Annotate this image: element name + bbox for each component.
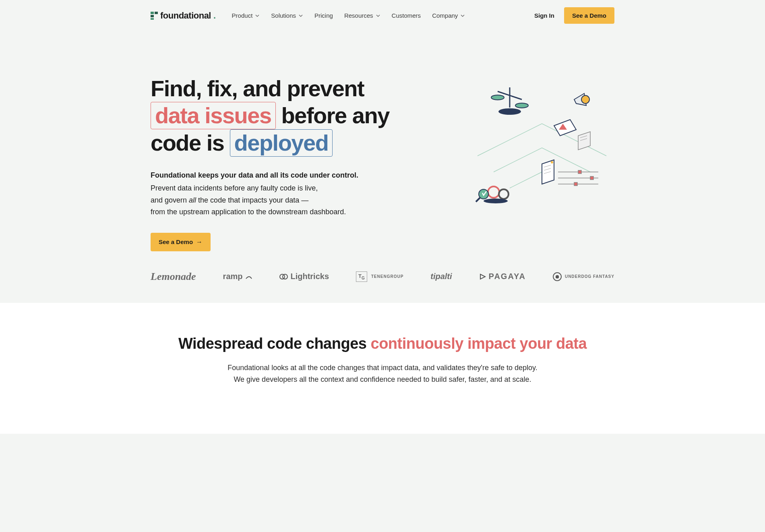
svg-point-6	[491, 95, 504, 100]
svg-point-15	[551, 161, 553, 164]
svg-point-7	[515, 103, 528, 108]
tenengroup-box: TG	[356, 271, 367, 282]
svg-rect-19	[578, 170, 581, 174]
svg-point-24	[479, 189, 488, 199]
nav-demo-button[interactable]: See a Demo	[564, 7, 614, 24]
svg-point-8	[498, 108, 521, 115]
nav-company[interactable]: Company	[432, 12, 465, 19]
chevron-down-icon	[376, 13, 380, 18]
section-code-changes: Widespread code changes continuously imp…	[0, 303, 765, 434]
subhead-bold: Foundational keeps your data and all its…	[151, 170, 412, 182]
client-tipalti: tipalti	[430, 272, 452, 281]
section2-description: Foundational looks at all the code chang…	[225, 362, 540, 385]
nav-left: foundational. Product Solutions Pricing	[151, 10, 465, 21]
logo-dot: .	[213, 10, 216, 21]
svg-point-26	[484, 199, 508, 203]
nav-solutions[interactable]: Solutions	[271, 12, 303, 19]
nav-links: Product Solutions Pricing Resources	[232, 12, 465, 19]
svg-rect-0	[151, 12, 154, 14]
nav-product[interactable]: Product	[232, 12, 260, 19]
ramp-icon	[245, 274, 252, 279]
section2-headline: Widespread code changes continuously imp…	[151, 335, 614, 352]
logo-icon	[151, 12, 158, 20]
svg-rect-21	[574, 182, 577, 186]
chevron-down-icon	[460, 13, 465, 18]
client-lemonade: Lemonade	[151, 271, 196, 283]
svg-rect-20	[590, 176, 593, 180]
hero-demo-button[interactable]: See a Demo →	[151, 233, 211, 251]
chevron-down-icon	[298, 13, 303, 18]
client-lightricks: Lightricks	[279, 272, 329, 281]
hero: Find, fix, and prevent data issues befor…	[151, 31, 614, 251]
hero-subhead: Foundational keeps your data and all its…	[151, 170, 412, 218]
client-underdog: UNDERDOG FANTASY	[553, 272, 614, 281]
brand-name: foundational	[160, 10, 211, 21]
chevron-down-icon	[255, 13, 260, 18]
hero-headline: Find, fix, and prevent data issues befor…	[151, 75, 412, 157]
headline-highlight-blue: deployed	[230, 129, 333, 157]
nav-customers[interactable]: Customers	[392, 12, 421, 19]
svg-line-25	[476, 198, 480, 202]
pagaya-icon	[479, 273, 486, 280]
lightricks-icon	[279, 272, 288, 281]
hero-illustration	[428, 75, 614, 212]
brand-logo[interactable]: foundational.	[151, 10, 216, 21]
client-logos: Lemonade ramp Lightricks TG TENENGROUP t…	[151, 251, 614, 287]
svg-point-22	[488, 186, 499, 198]
svg-rect-2	[151, 15, 154, 17]
svg-point-23	[499, 189, 509, 199]
svg-rect-3	[151, 18, 154, 20]
nav-pricing[interactable]: Pricing	[314, 12, 333, 19]
client-tenengroup: TG TENENGROUP	[356, 271, 403, 282]
hero-text: Find, fix, and prevent data issues befor…	[151, 75, 412, 251]
svg-rect-1	[155, 12, 158, 14]
sign-in-link[interactable]: Sign In	[534, 12, 554, 19]
svg-point-9	[581, 95, 589, 104]
nav-resources[interactable]: Resources	[344, 12, 380, 19]
headline-highlight-red: data issues	[151, 102, 276, 129]
client-ramp: ramp	[223, 272, 252, 281]
nav-right: Sign In See a Demo	[534, 7, 614, 24]
underdog-icon	[553, 272, 562, 281]
client-pagaya: PAGAYA	[479, 272, 526, 281]
main-nav: foundational. Product Solutions Pricing	[151, 0, 614, 31]
arrow-right-icon: →	[196, 238, 203, 246]
isometric-illustration	[469, 75, 614, 212]
